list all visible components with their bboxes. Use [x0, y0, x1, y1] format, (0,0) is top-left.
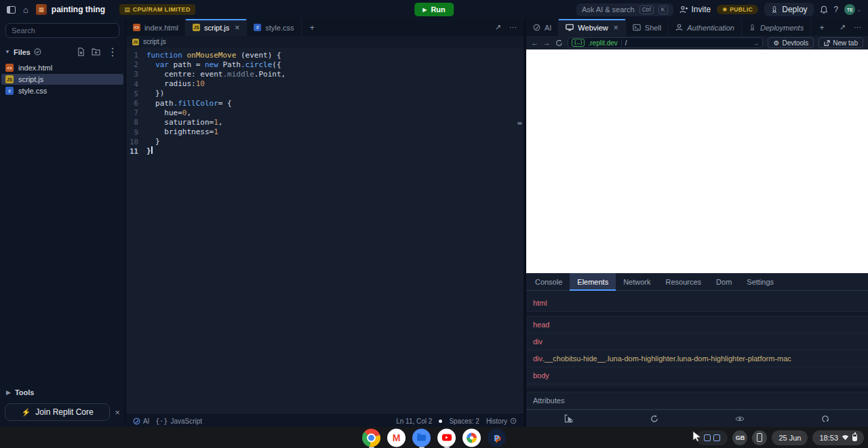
dom-node-div[interactable]: div	[526, 333, 868, 350]
code-text: function onMouseMove (event) {	[146, 51, 281, 60]
files-menu-button[interactable]	[107, 45, 118, 58]
devtools-tab-console[interactable]: Console	[528, 273, 570, 290]
editor-tab-style.css[interactable]: #style.css	[247, 19, 301, 36]
run-button[interactable]: ▶ Run	[414, 3, 454, 16]
code-line-8[interactable]: 8 saturation=1,	[126, 117, 524, 127]
go-arrow-icon[interactable]: →	[752, 39, 759, 47]
app-icon-photos[interactable]	[462, 428, 481, 447]
home-button[interactable]: ⌂	[23, 5, 28, 14]
code-line-3[interactable]: 3 centre: event.middle.Point,	[126, 69, 524, 79]
editor-tab-index.html[interactable]: <>index.html	[126, 19, 186, 36]
new-file-button[interactable]	[77, 47, 85, 56]
code-line-9[interactable]: 9 brightness=1	[126, 127, 524, 137]
panel-tab-shell[interactable]: Shell	[626, 19, 669, 36]
app-icon-youtube[interactable]	[437, 428, 456, 447]
deploy-button[interactable]: Deploy	[764, 3, 813, 16]
file-row-style.css[interactable]: #style.css	[1, 85, 123, 96]
attributes-header[interactable]: Attributes	[526, 392, 868, 409]
resource-limit-badge[interactable]: ▤ CPU/RAM LIMITED	[119, 4, 195, 15]
code-editor[interactable]: 1function onMouseMove (event) {2 var pat…	[126, 47, 524, 414]
eye-button[interactable]	[697, 415, 783, 422]
devtools-tab-network[interactable]: Network	[616, 273, 658, 290]
devtools-tab-dom[interactable]: Dom	[709, 273, 739, 290]
inspect-element-button[interactable]	[526, 414, 612, 423]
files-filter-icon[interactable]	[34, 48, 41, 56]
code-line-2[interactable]: 2 var path = new Path.circle({	[126, 60, 524, 69]
cursor-position[interactable]: Ln 11, Col 2	[396, 418, 432, 425]
url-host-badge: {…}	[572, 39, 585, 47]
notifications-button[interactable]	[820, 5, 828, 14]
file-row-script.js[interactable]: JSscript.js	[1, 74, 123, 85]
more-options-icon[interactable]	[509, 23, 517, 32]
app-icon-files[interactable]	[412, 428, 431, 447]
devtools-button[interactable]: ⚙ Devtools	[768, 37, 814, 48]
dom-node-body[interactable]: body	[526, 367, 868, 384]
app-icon-chrome[interactable]	[362, 428, 380, 447]
forward-button[interactable]: →	[543, 39, 551, 47]
code-line-6[interactable]: 6 path.fillColor= {	[126, 98, 524, 108]
account-menu[interactable]: TE ⌄	[844, 4, 861, 15]
reload-button[interactable]	[612, 415, 697, 423]
project-menu[interactable]: ▦ painting thing	[36, 4, 105, 15]
restart-button[interactable]	[783, 415, 868, 423]
app-icon-paint[interactable]	[488, 428, 506, 447]
scrollbar-thumb[interactable]	[517, 122, 522, 125]
system-tray[interactable]: 18:53	[812, 430, 864, 445]
code-line-4[interactable]: 4 radius:10	[126, 79, 524, 89]
language-status[interactable]: JavaScript	[155, 418, 202, 425]
phone-hub-button[interactable]	[752, 430, 767, 445]
devtools-tab-settings[interactable]: Settings	[739, 273, 781, 290]
notification-tray[interactable]	[696, 430, 728, 445]
ai-status[interactable]: AI	[133, 418, 149, 425]
panel-tab-ai[interactable]: AI	[526, 19, 559, 36]
dom-node-div-classes[interactable]: div.__chobitsu-hide__.luna-dom-highlight…	[526, 350, 868, 367]
help-button[interactable]: ?	[834, 5, 839, 14]
code-text: centre: event.middle.Point,	[146, 70, 285, 79]
text-cursor	[151, 146, 153, 154]
dom-node-head[interactable]: head	[526, 317, 868, 333]
date-badge[interactable]: 25 Jun	[772, 430, 808, 445]
reload-button[interactable]	[555, 39, 563, 47]
code-line-5[interactable]: 5 })	[126, 89, 524, 98]
panel-toggle-icon	[7, 6, 16, 14]
back-button[interactable]: ←	[531, 39, 538, 47]
new-folder-button[interactable]	[92, 48, 100, 56]
devtools-tab-elements[interactable]: Elements	[570, 273, 616, 290]
code-line-11[interactable]: 11}	[126, 146, 524, 156]
dom-node-html[interactable]: html	[526, 295, 868, 312]
webview-content[interactable]	[526, 49, 868, 273]
close-icon[interactable]: ×	[115, 407, 120, 418]
more-options-icon[interactable]	[854, 23, 861, 32]
sidebar-toggle-button[interactable]	[7, 6, 16, 14]
invite-button[interactable]: Invite	[679, 5, 711, 14]
external-link-icon	[824, 40, 830, 46]
join-replit-core-button[interactable]: ⚡ Join Replit Core	[5, 403, 110, 421]
code-line-7[interactable]: 7 hue=0,	[126, 108, 524, 117]
editor-tab-script.js[interactable]: JSscript.js×	[186, 19, 247, 36]
spaces-setting[interactable]: Spaces: 2	[449, 418, 479, 425]
expand-icon[interactable]	[495, 23, 501, 32]
search-input[interactable]: Search	[5, 23, 119, 38]
devtools-tab-resources[interactable]: Resources	[658, 273, 709, 290]
url-bar[interactable]: {…} .replit.dev / →	[568, 37, 764, 48]
notification-app-icon	[704, 434, 711, 441]
chevron-down-icon[interactable]: ▼	[5, 49, 10, 55]
new-tab-button[interactable]: New tab	[818, 37, 863, 48]
code-line-1[interactable]: 1function onMouseMove (event) {	[126, 50, 524, 60]
code-line-10[interactable]: 10 }	[126, 137, 524, 146]
app-icon-gmail[interactable]	[387, 428, 406, 447]
history-button[interactable]: History	[486, 418, 517, 425]
close-icon[interactable]: ×	[235, 23, 239, 33]
visibility-badge[interactable]: PUBLIC	[717, 5, 758, 14]
tools-section[interactable]: ▶ Tools	[0, 385, 125, 400]
new-panel-tab-button[interactable]: +	[811, 19, 833, 36]
expand-icon[interactable]	[840, 23, 846, 32]
panel-tab-authentication[interactable]: Authentication	[669, 19, 742, 36]
file-row-index.html[interactable]: <>index.html	[1, 62, 123, 73]
close-icon[interactable]: ×	[614, 23, 618, 33]
panel-tab-webview[interactable]: Webview×	[559, 19, 625, 36]
ask-ai-search[interactable]: Ask AI & search Ctrl K	[576, 3, 673, 16]
keyboard-layout-badge[interactable]: GB	[732, 430, 747, 445]
new-tab-button[interactable]: +	[302, 19, 323, 36]
panel-tab-deployments[interactable]: Deployments	[742, 19, 811, 36]
